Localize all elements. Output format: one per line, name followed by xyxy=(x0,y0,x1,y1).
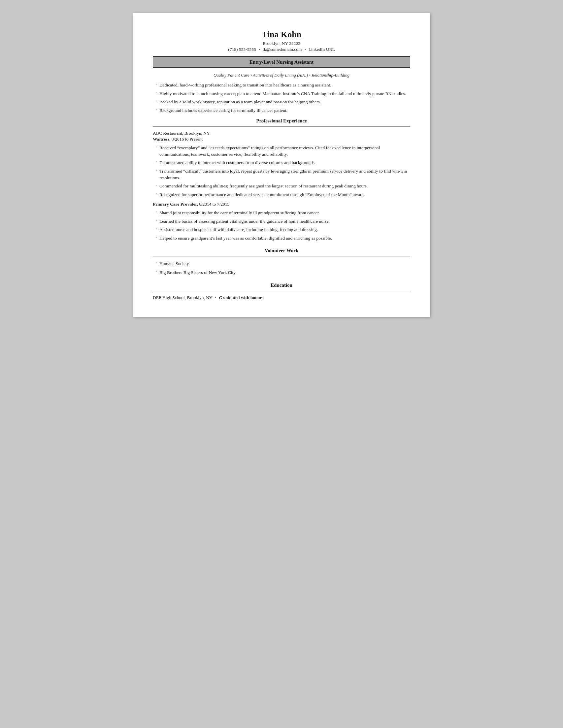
candidate-name: Tina Kohn xyxy=(153,30,410,40)
job-dates-1: 8/2016 to Present xyxy=(170,137,203,142)
summary-bullet-2: • Highly motivated to launch nursing car… xyxy=(153,90,410,97)
job1-bullet-1: • Received “exemplary” and “exceeds expe… xyxy=(153,145,410,157)
job2-bullet-text-1: Shared joint responsibility for the care… xyxy=(159,210,410,216)
bullet-icon-j2-3: • xyxy=(153,226,159,232)
summary-bullet-4: • Background includes experience caring … xyxy=(153,107,410,114)
job2-bullet-1: • Shared joint responsibility for the ca… xyxy=(153,210,410,216)
summary-bullet-text-3: Backed by a solid work history, reputati… xyxy=(159,99,410,105)
education-line: DEF High School, Brooklyn, NY • Graduate… xyxy=(153,295,410,300)
job-role-label-2: Primary Care Provider, xyxy=(153,202,198,207)
summary-tagline: Quality Patient Care • Activities of Dai… xyxy=(153,73,410,78)
bullet-icon-j1-5: • xyxy=(153,191,159,197)
edu-separator: • xyxy=(215,296,216,300)
experience-section-header: Professional Experience xyxy=(153,116,410,127)
job1-bullet-text-2: Demonstrated ability to interact with cu… xyxy=(159,159,410,166)
volunteer-section-header: Volunteer Work xyxy=(153,246,410,256)
job2-bullet-3: • Assisted nurse and hospice staff with … xyxy=(153,226,410,233)
phone-text: (718) 555-5555 xyxy=(228,47,256,52)
bullet-icon-j1-3: • xyxy=(153,168,159,173)
contact-address: Brooklyn, NY 22222 xyxy=(153,41,410,46)
bullet-icon-j2-4: • xyxy=(153,235,159,240)
experience-title: Professional Experience xyxy=(256,118,307,123)
separator-1: • xyxy=(259,48,260,51)
job1-bullet-text-5: Recognized for superior performance and … xyxy=(159,191,410,198)
job1-bullet-text-4: Commended for multitasking abilities; fr… xyxy=(159,183,410,189)
job2-bullet-text-4: Helped to ensure grandparent’s last year… xyxy=(159,235,410,242)
job-role-1: Waitress, 8/2016 to Present xyxy=(153,137,410,142)
job1-bullet-2: • Demonstrated ability to interact with … xyxy=(153,159,410,166)
bullet-icon-2: • xyxy=(153,90,159,96)
summary-bullets: • Dedicated, hard-working professional s… xyxy=(153,82,410,114)
bullet-icon-j1-1: • xyxy=(153,145,159,150)
volunteer-bullets: • Humane Society • Big Brothers Big Sist… xyxy=(153,260,410,276)
bullet-icon-4: • xyxy=(153,107,159,113)
volunteer-item-2: • Big Brothers Big Sisters of New York C… xyxy=(153,269,410,276)
bullet-icon-1: • xyxy=(153,82,159,87)
job2-bullet-2: • Learned the basics of assessing patien… xyxy=(153,218,410,225)
summary-bullet-1: • Dedicated, hard-working professional s… xyxy=(153,82,410,88)
volunteer-text-1: Humane Society xyxy=(159,260,410,267)
summary-bullet-text-4: Background includes experience caring fo… xyxy=(159,107,410,114)
separator-2: • xyxy=(305,48,306,51)
job1-bullets: • Received “exemplary” and “exceeds expe… xyxy=(153,145,410,198)
bullet-icon-j2-1: • xyxy=(153,210,159,215)
linkedin-text: LinkedIn URL xyxy=(309,47,335,52)
email-text: tk@somedomain.com xyxy=(263,47,302,52)
bullet-icon-j1-2: • xyxy=(153,159,159,165)
volunteer-title: Volunteer Work xyxy=(265,248,299,253)
job1-bullet-4: • Commended for multitasking abilities; … xyxy=(153,183,410,189)
address-text: Brooklyn, NY 22222 xyxy=(263,41,300,46)
resume-document: Tina Kohn Brooklyn, NY 22222 (718) 555-5… xyxy=(133,13,430,317)
bullet-icon-j2-2: • xyxy=(153,218,159,223)
bullet-icon-v2: • xyxy=(153,269,159,275)
job1-bullet-text-1: Received “exemplary” and “exceeds expect… xyxy=(159,145,410,157)
job2-bullet-4: • Helped to ensure grandparent’s last ye… xyxy=(153,235,410,242)
education-title: Education xyxy=(271,282,292,288)
job-dates-2: 6/2014 to 7/2015 xyxy=(198,202,230,207)
job1-bullet-5: • Recognized for superior performance an… xyxy=(153,191,410,198)
job2-bullet-text-3: Assisted nurse and hospice staff with da… xyxy=(159,226,410,233)
bullet-icon-j1-4: • xyxy=(153,183,159,188)
education-section-header: Education xyxy=(153,281,410,291)
graduation-honors: Graduated with honors xyxy=(219,295,264,300)
header-section: Tina Kohn Brooklyn, NY 22222 (718) 555-5… xyxy=(153,30,410,52)
job-role-2: Primary Care Provider, 6/2014 to 7/2015 xyxy=(153,202,410,207)
bullet-icon-3: • xyxy=(153,99,159,104)
job2-bullets: • Shared joint responsibility for the ca… xyxy=(153,210,410,241)
title-bar: Entry-Level Nursing Assistant xyxy=(153,56,410,68)
contact-details: (718) 555-5555 • tk@somedomain.com • Lin… xyxy=(153,47,410,52)
summary-bullet-text-1: Dedicated, hard-working professional see… xyxy=(159,82,410,88)
school-name: DEF High School, Brooklyn, NY xyxy=(153,295,212,300)
job-role-label-1: Waitress, xyxy=(153,137,170,142)
job1-bullet-3: • Transformed “difficult” customers into… xyxy=(153,168,410,181)
bullet-icon-v1: • xyxy=(153,260,159,266)
job1-bullet-text-3: Transformed “difficult” customers into l… xyxy=(159,168,410,181)
job-title: Entry-Level Nursing Assistant xyxy=(249,59,314,65)
volunteer-text-2: Big Brothers Big Sisters of New York Cit… xyxy=(159,269,410,276)
summary-bullet-3: • Backed by a solid work history, reputa… xyxy=(153,99,410,105)
job2-bullet-text-2: Learned the basics of assessing patient … xyxy=(159,218,410,225)
summary-bullet-text-2: Highly motivated to launch nursing caree… xyxy=(159,90,410,97)
employer-1: ABC Restaurant, Brooklyn, NY xyxy=(153,131,410,136)
volunteer-item-1: • Humane Society xyxy=(153,260,410,267)
